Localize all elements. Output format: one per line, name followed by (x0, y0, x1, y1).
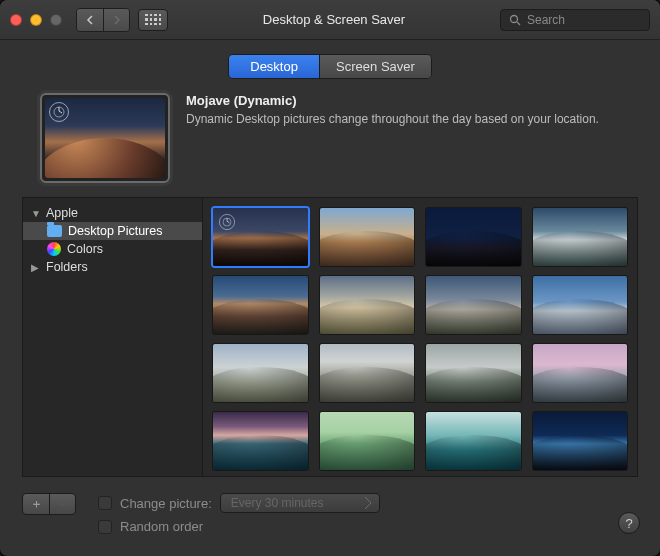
change-picture-checkbox[interactable] (98, 496, 112, 510)
footer: ＋ − Change picture: Every 30 minutes Ran… (0, 487, 660, 544)
wallpaper-thumbnail[interactable] (533, 208, 628, 266)
preview-image (45, 98, 165, 178)
wallpaper-thumbnail[interactable] (213, 276, 308, 334)
chevron-right-icon (113, 15, 121, 25)
wallpaper-thumbnail[interactable] (320, 208, 415, 266)
thumbnail-pane[interactable] (203, 198, 637, 476)
remove-source-button[interactable]: − (49, 494, 75, 514)
sidebar-group[interactable]: ▶Folders (23, 258, 202, 276)
wallpaper-thumbnail[interactable] (426, 412, 521, 470)
wallpaper-thumbnail[interactable] (320, 344, 415, 402)
sidebar-item[interactable]: Colors (23, 240, 202, 258)
forward-button[interactable] (103, 9, 129, 31)
change-interval-value: Every 30 minutes (231, 496, 324, 510)
wallpaper-thumbnail[interactable] (213, 412, 308, 470)
wallpaper-thumbnail[interactable] (533, 344, 628, 402)
wallpaper-thumbnail[interactable] (426, 344, 521, 402)
options-column: Change picture: Every 30 minutes Random … (90, 493, 638, 534)
zoom-button[interactable] (50, 14, 62, 26)
add-remove-segment: ＋ − (22, 493, 76, 515)
titlebar: Desktop & Screen Saver Search (0, 0, 660, 40)
traffic-lights (10, 14, 62, 26)
chevron-left-icon (86, 15, 94, 25)
wallpaper-thumbnail[interactable] (213, 208, 308, 266)
show-all-button[interactable] (138, 9, 168, 31)
wallpaper-thumbnail[interactable] (320, 412, 415, 470)
source-sidebar[interactable]: ▼AppleDesktop PicturesColors▶Folders (23, 198, 203, 476)
tab-segmented-control: Desktop Screen Saver (228, 54, 432, 79)
sidebar-item[interactable]: Desktop Pictures (23, 222, 202, 240)
sidebar-item-label: Colors (67, 242, 103, 256)
content-split: ▼AppleDesktop PicturesColors▶Folders (22, 197, 638, 477)
grid-icon (145, 14, 161, 26)
current-wallpaper-description: Dynamic Desktop pictures change througho… (186, 112, 599, 126)
dynamic-badge-icon (49, 102, 69, 122)
preview-thumbnail (40, 93, 170, 183)
minimize-button[interactable] (30, 14, 42, 26)
random-order-label: Random order (120, 519, 203, 534)
svg-point-0 (511, 15, 518, 22)
wallpaper-thumbnail[interactable] (533, 412, 628, 470)
dynamic-badge-icon (219, 214, 235, 230)
disclosure-down-icon[interactable]: ▼ (31, 208, 40, 219)
random-order-row: Random order (98, 519, 638, 534)
sidebar-group-label: Apple (46, 206, 78, 220)
sidebar-group[interactable]: ▼Apple (23, 204, 202, 222)
close-button[interactable] (10, 14, 22, 26)
sidebar-item-label: Desktop Pictures (68, 224, 162, 238)
tab-screensaver[interactable]: Screen Saver (319, 55, 431, 78)
current-wallpaper-name: Mojave (Dynamic) (186, 93, 599, 108)
wallpaper-thumbnail[interactable] (533, 276, 628, 334)
change-picture-label: Change picture: (120, 496, 212, 511)
window-title: Desktop & Screen Saver (176, 12, 492, 27)
help-button[interactable]: ? (618, 512, 640, 534)
back-button[interactable] (77, 9, 103, 31)
color-wheel-icon (47, 242, 61, 256)
sidebar-group-label: Folders (46, 260, 88, 274)
search-placeholder: Search (527, 13, 565, 27)
current-preview: Mojave (Dynamic) Dynamic Desktop picture… (0, 89, 660, 197)
add-source-button[interactable]: ＋ (23, 494, 49, 514)
nav-back-forward (76, 8, 130, 32)
tab-row: Desktop Screen Saver (0, 40, 660, 89)
search-icon (509, 14, 521, 26)
wallpaper-thumbnail[interactable] (426, 276, 521, 334)
disclosure-right-icon[interactable]: ▶ (31, 262, 40, 273)
tab-desktop[interactable]: Desktop (229, 55, 319, 78)
preferences-window: Desktop & Screen Saver Search Desktop Sc… (0, 0, 660, 556)
svg-line-1 (517, 22, 520, 25)
change-picture-row: Change picture: Every 30 minutes (98, 493, 638, 513)
change-interval-select[interactable]: Every 30 minutes (220, 493, 380, 513)
wallpaper-thumbnail[interactable] (426, 208, 521, 266)
search-field[interactable]: Search (500, 9, 650, 31)
thumbnail-grid (213, 208, 627, 470)
preview-text: Mojave (Dynamic) Dynamic Desktop picture… (186, 93, 599, 183)
wallpaper-thumbnail[interactable] (213, 344, 308, 402)
wallpaper-thumbnail[interactable] (320, 276, 415, 334)
random-order-checkbox[interactable] (98, 520, 112, 534)
folder-icon (47, 225, 62, 237)
